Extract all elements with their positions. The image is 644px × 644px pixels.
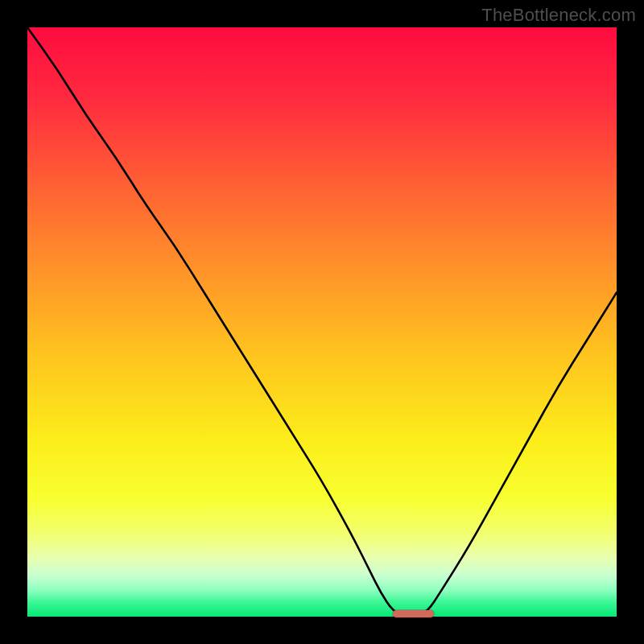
plot-area bbox=[27, 27, 617, 617]
bottleneck-curve bbox=[27, 27, 617, 617]
lowest-band-marker bbox=[393, 610, 434, 617]
watermark-text: TheBottleneck.com bbox=[481, 5, 636, 26]
chart-frame: TheBottleneck.com bbox=[0, 0, 644, 644]
